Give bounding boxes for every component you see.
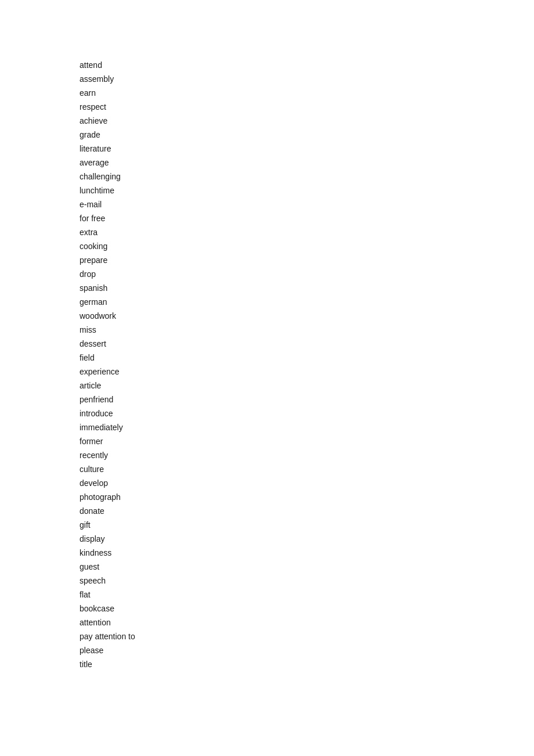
list-item: bookcase [80, 602, 534, 615]
list-item: display [80, 532, 534, 546]
list-item: extra [80, 225, 534, 239]
list-item: kindness [80, 546, 534, 560]
list-item: attend [80, 58, 534, 72]
word-list: attendassemblyearnrespectachievegradelit… [80, 58, 534, 671]
list-item: culture [80, 462, 534, 476]
list-item: experience [80, 365, 534, 379]
list-item: recently [80, 448, 534, 462]
list-item: field [80, 351, 534, 365]
list-item: immediately [80, 420, 534, 434]
list-item: develop [80, 476, 534, 490]
list-item: challenging [80, 170, 534, 183]
list-item: attention [80, 615, 534, 629]
list-item: gift [80, 518, 534, 532]
list-item: flat [80, 588, 534, 602]
list-item: lunchtime [80, 183, 534, 197]
list-item: article [80, 379, 534, 393]
list-item: speech [80, 574, 534, 588]
list-item: e-mail [80, 197, 534, 211]
list-item: grade [80, 128, 534, 142]
list-item: average [80, 156, 534, 170]
list-item: introduce [80, 406, 534, 420]
list-item: title [80, 657, 534, 671]
list-item: earn [80, 86, 534, 100]
list-item: penfriend [80, 393, 534, 406]
list-item: for free [80, 211, 534, 225]
list-item: literature [80, 142, 534, 156]
list-item: assembly [80, 72, 534, 86]
list-item: pay attention to [80, 629, 534, 643]
list-item: woodwork [80, 309, 534, 323]
list-item: guest [80, 560, 534, 574]
list-item: dessert [80, 337, 534, 351]
list-item: donate [80, 504, 534, 518]
list-item: cooking [80, 239, 534, 253]
list-item: miss [80, 323, 534, 337]
list-item: drop [80, 267, 534, 281]
list-item: respect [80, 100, 534, 114]
list-item: german [80, 295, 534, 309]
list-item: photograph [80, 490, 534, 504]
list-item: please [80, 643, 534, 657]
list-item: former [80, 434, 534, 448]
list-item: prepare [80, 253, 534, 267]
list-item: spanish [80, 281, 534, 295]
list-item: achieve [80, 114, 534, 128]
